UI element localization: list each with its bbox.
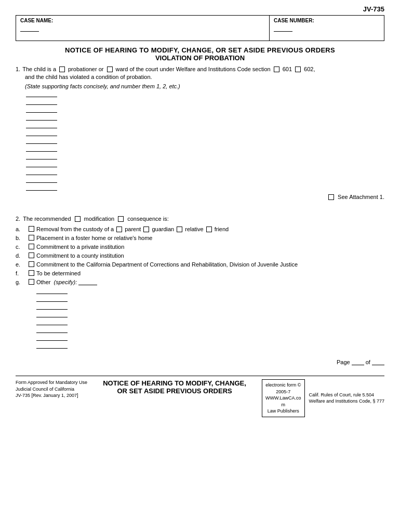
item-c-label: c.: [16, 244, 26, 250]
item-f-label: f.: [16, 270, 26, 276]
item-f-content: To be determined: [36, 270, 384, 276]
footer-left-line1: Form Approved for Mandatory Use: [16, 379, 87, 386]
code601-checkbox[interactable]: [274, 66, 279, 72]
blank-line-4[interactable]: [26, 114, 57, 121]
blank-line-10[interactable]: [26, 161, 57, 167]
item-g-checkbox[interactable]: [29, 279, 34, 285]
blank-line-13[interactable]: [26, 184, 57, 191]
section2-item-d: d. Commitment to a county institution: [16, 252, 384, 259]
section1-italic: (State supporting facts concisely, and n…: [25, 83, 384, 89]
item-d-content: Commitment to a county institution: [36, 252, 384, 259]
see-attachment-checkbox[interactable]: [328, 194, 334, 200]
ward-checkbox[interactable]: [107, 66, 113, 72]
item-e-text: Commitment to the California Department …: [36, 261, 298, 268]
item-e-content: Commitment to the California Department …: [36, 261, 384, 268]
item-c-text: Commitment to a private institution: [36, 244, 124, 250]
blank-lines-section1: [26, 91, 384, 191]
g-blank-line-6[interactable]: [36, 327, 68, 333]
item-d-label: d.: [16, 252, 26, 259]
footer-right: electronic form © 2005-7 WWW.LawCA.co m …: [262, 379, 384, 417]
item-b-checkbox[interactable]: [29, 235, 34, 241]
case-number-label: CASE NUMBER:: [274, 18, 380, 23]
item-d-checkbox[interactable]: [29, 252, 34, 258]
item-a-guardian-checkbox[interactable]: [143, 227, 149, 232]
section2-text1: The recommended: [23, 216, 71, 222]
page-total[interactable]: [372, 359, 384, 365]
item-a-text: Removal from the custody of a: [36, 226, 114, 232]
blank-line-5[interactable]: [26, 122, 57, 128]
item-g-specify-blank[interactable]: [78, 279, 97, 285]
item-a-guardian: guardian: [152, 226, 174, 232]
section2-item-a: a. Removal from the custody of a parent …: [16, 226, 384, 232]
g-blank-line-5[interactable]: [36, 319, 68, 325]
blank-line-11[interactable]: [26, 169, 57, 175]
section2-item-c: c. Commitment to a private institution: [16, 244, 384, 250]
page-label: Page: [337, 359, 350, 365]
item-d-checkbox-container: [26, 252, 36, 258]
header-boxes: CASE NAME: CASE NUMBER:: [16, 15, 384, 41]
item-c-content: Commitment to a private institution: [36, 244, 384, 250]
item-b-text: Placement in a foster home or relative's…: [36, 235, 152, 241]
item-d-text: Commitment to a county institution: [36, 252, 124, 259]
g-blank-line-1[interactable]: [36, 288, 68, 294]
title-main: NOTICE OF HEARING TO MODIFY, CHANGE, OR …: [16, 46, 384, 54]
blank-line-8[interactable]: [26, 145, 57, 152]
blank-line-7[interactable]: [26, 138, 57, 144]
blank-line-1[interactable]: [26, 91, 57, 97]
blank-line-6[interactable]: [26, 130, 57, 136]
g-blank-line-7[interactable]: [36, 335, 68, 341]
item-e-checkbox-container: [26, 261, 36, 267]
item-a-checkbox[interactable]: [29, 226, 34, 232]
page-number[interactable]: [352, 359, 364, 365]
case-number-value[interactable]: [274, 25, 292, 32]
electronic-line5: Law Publishers: [265, 408, 301, 415]
probationer-checkbox[interactable]: [59, 66, 65, 72]
blank-line-2[interactable]: [26, 99, 57, 105]
item-c-checkbox[interactable]: [29, 244, 34, 249]
item-g-text: Other: [36, 279, 51, 285]
form-number: JV-735: [16, 5, 384, 13]
section2-item-e: e. Commitment to the California Departme…: [16, 261, 384, 268]
item-a-relative-checkbox[interactable]: [177, 227, 182, 232]
of-label: of: [366, 359, 370, 365]
item-g-content: Other (specify):: [36, 279, 384, 285]
title-section: NOTICE OF HEARING TO MODIFY, CHANGE, OR …: [16, 46, 384, 62]
case-name-box: CASE NAME:: [16, 16, 270, 41]
section2-header: 2. The recommended modification conseque…: [16, 216, 384, 222]
footer-right-text: Calif. Rules of Court, rule 5.504 Welfar…: [309, 392, 384, 405]
consequence-checkbox[interactable]: [118, 216, 124, 222]
footer-right-line1: Calif. Rules of Court, rule 5.504: [309, 392, 384, 398]
electronic-line4: m: [265, 402, 301, 408]
section2: 2. The recommended modification conseque…: [16, 216, 384, 349]
item-f-checkbox[interactable]: [29, 270, 34, 276]
section2-item-b: b. Placement in a foster home or relativ…: [16, 235, 384, 241]
blank-line-12[interactable]: [26, 177, 57, 183]
item-e-checkbox[interactable]: [29, 261, 34, 267]
page-indicator: Page of: [16, 359, 384, 365]
section2-text2: modification: [84, 216, 115, 222]
item-f-text: To be determined: [36, 270, 81, 276]
g-blank-line-8[interactable]: [36, 342, 68, 349]
item-a-parent-checkbox[interactable]: [116, 227, 122, 232]
item-a-friend-checkbox[interactable]: [206, 227, 212, 232]
footer-center-line1: NOTICE OF HEARING TO MODIFY, CHANGE,: [103, 379, 246, 387]
item-g-blank-lines: [36, 288, 384, 349]
section2-item-g: g. Other (specify):: [16, 279, 384, 285]
item-b-checkbox-container: [26, 235, 36, 241]
g-blank-line-3[interactable]: [36, 303, 68, 310]
section1-code2: 602,: [304, 66, 315, 72]
blank-line-9[interactable]: [26, 153, 57, 159]
case-name-value[interactable]: [20, 25, 39, 32]
g-blank-line-4[interactable]: [36, 311, 68, 317]
item-a-parent: parent: [125, 226, 141, 232]
electronic-form-box: electronic form © 2005-7 WWW.LawCA.co m …: [262, 379, 305, 417]
code602-checkbox[interactable]: [295, 66, 301, 72]
item-c-checkbox-container: [26, 244, 36, 249]
case-name-label: CASE NAME:: [20, 18, 265, 23]
g-blank-line-2[interactable]: [36, 296, 68, 302]
blank-line-3[interactable]: [26, 107, 57, 113]
electronic-line1: electronic form ©: [265, 382, 301, 389]
item-g-label: g.: [16, 279, 26, 285]
modification-checkbox[interactable]: [75, 216, 81, 222]
section1-code1: 601: [283, 66, 292, 72]
